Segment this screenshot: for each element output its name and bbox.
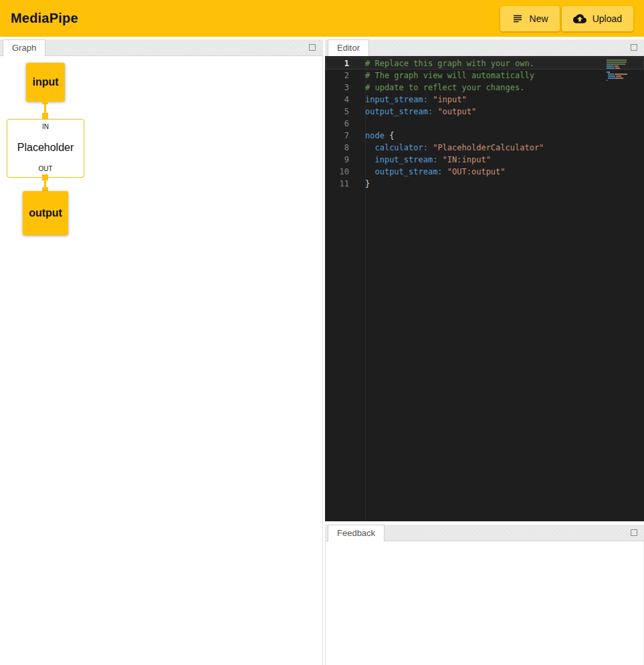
code-editor[interactable]: 1# Replace this graph with your own.2# T… [325,56,644,521]
top-bar: MediaPipe New Upload [0,0,644,37]
tab-feedback[interactable]: Feedback [328,525,385,541]
minimap-line [607,78,635,79]
line-number: 7 [325,130,349,142]
line-number: 5 [325,106,349,118]
new-button-label: New [530,13,548,24]
line-content [349,118,365,130]
graph-node-output[interactable]: output [23,191,68,235]
line-number: 8 [325,142,349,154]
line-content: input_stream: "IN:input" [349,154,491,166]
new-file-icon [512,13,524,25]
minimap-line [607,76,635,77]
code-line[interactable]: 10 output_stream: "OUT:output" [325,166,644,178]
editor-gutter-divider [365,56,366,521]
app-window: MediaPipe New Upload [0,0,644,665]
graph-node-placeholder-label: Placeholder [17,142,74,154]
editor-panel-header: Editor [325,39,644,56]
code-line[interactable]: 3# update to reflect your changes. [325,82,644,94]
line-number: 4 [325,94,349,106]
tab-graph[interactable]: Graph [3,39,45,56]
line-content: node { [349,130,394,142]
graph-node-placeholder[interactable]: IN Placeholder OUT [7,119,84,178]
line-content: input_stream: "input" [349,94,467,106]
graph-node-input[interactable]: input [26,63,65,102]
code-line[interactable]: 9 input_stream: "IN:input" [325,154,644,166]
cloud-upload-icon [573,12,586,25]
upload-button-label: Upload [593,13,622,24]
minimap-line [607,74,635,75]
tab-graph-label: Graph [12,43,36,53]
graph-node-output-label: output [29,207,62,219]
graph-maximize-icon[interactable] [309,44,316,51]
feedback-panel-header: Feedback [325,525,644,541]
topbar-actions: New Upload [500,6,633,31]
tab-feedback-label: Feedback [337,528,375,538]
tab-editor-label: Editor [337,43,360,53]
input-port-icon[interactable] [42,113,48,119]
code-line[interactable]: 11} [325,178,644,190]
editor-maximize-icon[interactable] [631,44,637,51]
graph-panel-header: Graph [0,39,322,56]
minimap-line [607,59,635,61]
code-line[interactable]: 2# The graph view will automatically [325,70,644,82]
minimap-line [607,70,635,71]
line-number: 3 [325,82,349,94]
upload-button[interactable]: Upload [562,6,633,31]
placeholder-in-port-label: IN [42,123,49,130]
line-content: # The graph view will automatically [349,70,534,82]
tab-editor[interactable]: Editor [328,39,369,56]
feedback-content [325,541,644,665]
line-number: 10 [325,166,349,178]
line-number: 11 [325,178,349,190]
code-line[interactable]: 5output_stream: "output" [325,106,644,118]
graph-node-input-label: input [32,76,58,88]
code-line[interactable]: 7node { [325,130,644,142]
line-content: } [349,178,370,190]
new-button[interactable]: New [500,6,560,31]
line-content: calculator: "PlaceholderCalculator" [349,142,544,154]
code-line[interactable]: 4input_stream: "input" [325,94,644,106]
editor-panel: Editor 1# Replace this graph with your o… [325,39,644,521]
code-line[interactable]: 6 [325,118,644,130]
graph-canvas[interactable]: input IN Placeholder OUT output [0,56,322,665]
minimap-line [607,80,635,81]
graph-panel: Graph input IN Placeholder OUT output [0,39,323,665]
line-content: output_stream: "OUT:output" [349,166,506,178]
code-line[interactable]: 1# Replace this graph with your own. [325,57,644,70]
minimap-line [607,61,635,63]
line-number: 1 [325,57,349,70]
line-content: # update to reflect your changes. [349,82,524,94]
line-number: 2 [325,70,349,82]
minimap-line [607,68,635,69]
line-content: # Replace this graph with your own. [349,57,534,70]
line-number: 6 [325,118,349,130]
line-content: output_stream: "output" [349,106,476,118]
minimap-line [607,65,635,67]
minimap-line [607,63,635,65]
editor-minimap[interactable] [607,59,635,82]
code-line[interactable]: 8 calculator: "PlaceholderCalculator" [325,142,644,154]
feedback-maximize-icon[interactable] [631,529,637,536]
placeholder-out-port-label: OUT [38,165,52,172]
feedback-panel: Feedback [325,525,644,665]
minimap-line [607,72,635,73]
app-title: MediaPipe [11,11,78,26]
line-number: 9 [325,154,349,166]
editor-lines: 1# Replace this graph with your own.2# T… [325,57,644,190]
